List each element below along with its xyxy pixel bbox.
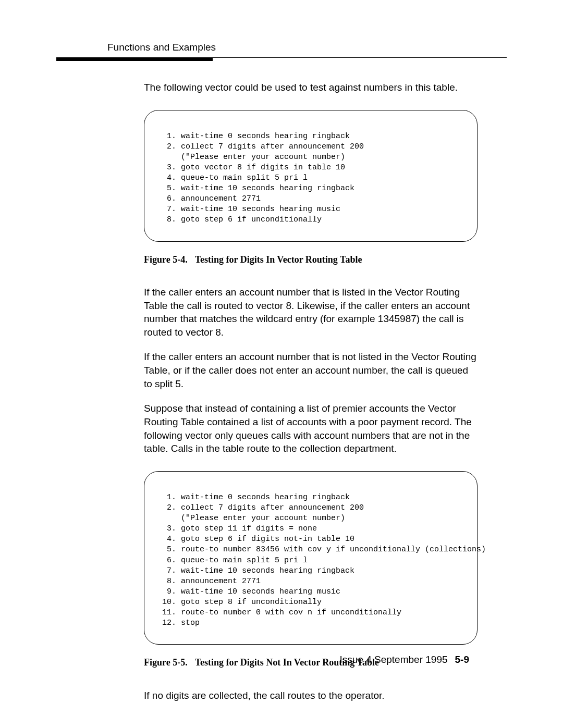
code-line: 10. goto step 8 if unconditionally xyxy=(162,598,322,607)
code-line: 3. goto step 11 if digits = none xyxy=(162,524,317,533)
page-content: The following vector could be used to te… xyxy=(144,81,478,713)
header-title: Functions and Examples xyxy=(56,41,507,57)
para-intro: The following vector could be used to te… xyxy=(144,81,478,94)
code-line: 9. wait-time 10 seconds hearing music xyxy=(162,587,340,596)
code-line: 1. wait-time 0 seconds hearing ringback xyxy=(162,132,350,141)
figure-caption-1: Figure 5-4.Testing for Digits In Vector … xyxy=(144,253,478,266)
para-4: Suppose that instead of containing a lis… xyxy=(144,402,478,455)
code-line: 1. wait-time 0 seconds hearing ringback xyxy=(162,493,350,502)
code-line: 3. goto vector 8 if digits in table 10 xyxy=(162,163,345,172)
para-2: If the caller enters an account number t… xyxy=(144,286,478,339)
para-5: If no digits are collected, the call rou… xyxy=(144,689,478,702)
code-line: 11. route-to number 0 with cov n if unco… xyxy=(162,608,401,617)
code-line: 4. queue-to main split 5 pri l xyxy=(162,174,308,182)
figure-label: Figure 5-4. xyxy=(144,254,188,265)
code-line: 6. queue-to main split 5 pri l xyxy=(162,556,308,565)
para-3: If the caller enters an account number t… xyxy=(144,350,478,390)
code-line: 2. collect 7 digits after announcement 2… xyxy=(162,503,364,512)
page-footer: Issue 4 September 19955-9 xyxy=(144,653,469,667)
code-block-1: 1. wait-time 0 seconds hearing ringback … xyxy=(154,121,468,226)
code-line: 12. stop xyxy=(162,619,200,627)
code-line: 2. collect 7 digits after announcement 2… xyxy=(162,142,364,151)
code-line: 5. route-to number 83456 with cov y if u… xyxy=(162,545,486,554)
code-line: 6. announcement 2771 xyxy=(162,194,261,203)
header-rule-thick xyxy=(56,58,213,61)
page: Functions and Examples The following vec… xyxy=(0,0,563,728)
code-line: 7. wait-time 10 seconds hearing music xyxy=(162,205,340,214)
code-line: ("Please enter your account number) xyxy=(162,514,345,523)
code-line: 8. announcement 2771 xyxy=(162,577,261,586)
code-line: 4. goto step 6 if digits not-in table 10 xyxy=(162,535,354,544)
footer-issue: Issue 4 September 1995 xyxy=(340,654,448,665)
code-line: 8. goto step 6 if unconditionally xyxy=(162,215,322,224)
code-block-2: 1. wait-time 0 seconds hearing ringback … xyxy=(154,482,468,628)
code-figure-1: 1. wait-time 0 seconds hearing ringback … xyxy=(144,110,478,242)
code-line: ("Please enter your account number) xyxy=(162,153,345,162)
page-header: Functions and Examples xyxy=(56,41,507,61)
code-figure-2: 1. wait-time 0 seconds hearing ringback … xyxy=(144,471,478,645)
footer-page-number: 5-9 xyxy=(455,654,469,665)
code-line: 7. wait-time 10 seconds hearing ringback xyxy=(162,566,354,575)
figure-title: Testing for Digits In Vector Routing Tab… xyxy=(195,254,362,265)
code-line: 5. wait-time 10 seconds hearing ringback xyxy=(162,184,354,193)
